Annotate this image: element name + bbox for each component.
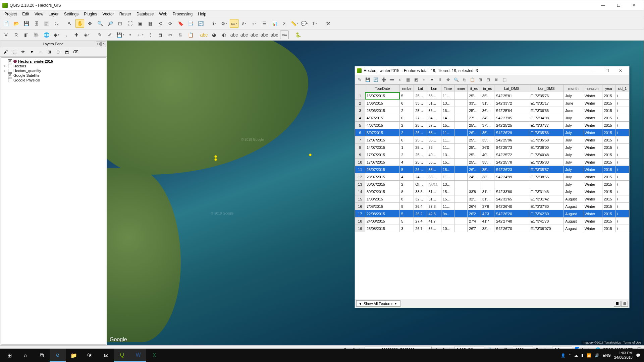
excel-taskbar-icon[interactable]: X — [146, 349, 162, 362]
table-cell[interactable] — [454, 92, 468, 100]
add-feature-icon[interactable]: ➕ — [380, 76, 387, 83]
table-cell[interactable]: August — [564, 210, 583, 218]
table-cell[interactable]: 26'7 — [468, 225, 481, 232]
column-header[interactable]: Lat — [414, 85, 427, 92]
table-cell[interactable]: S42'32'65 — [494, 195, 529, 203]
invert-selection-icon[interactable]: ◩ — [413, 76, 419, 83]
paste-features-icon[interactable]: 📋 — [186, 31, 195, 39]
column-header[interactable]: nmbe — [400, 85, 414, 92]
layer-item[interactable]: +Hectors — [3, 64, 104, 68]
table-cell[interactable]: 15/07/2015 — [365, 92, 399, 100]
zoom-to-icon[interactable]: 🔍 — [453, 76, 460, 83]
table-cell[interactable]: 5 — [400, 210, 414, 218]
table-cell[interactable]: 11… — [441, 173, 454, 181]
table-cell[interactable]: S42'27'40 — [494, 218, 529, 225]
explorer-taskbar-icon[interactable]: 📁 — [66, 349, 82, 362]
column-header[interactable]: Lon_DMS — [529, 85, 564, 92]
table-cell[interactable]: E173'35'76 — [529, 92, 564, 100]
table-cell[interactable]: 31'… — [481, 188, 494, 195]
feature-point[interactable] — [309, 154, 312, 156]
menu-project[interactable]: Project — [2, 11, 19, 17]
select-all-icon[interactable]: ▦ — [405, 76, 411, 83]
table-cell[interactable]: \ — [615, 188, 629, 195]
table-cell[interactable]: S42'26'70 — [494, 225, 529, 232]
table-cell[interactable]: 4 — [400, 173, 414, 181]
table-cell[interactable]: 26'2 — [468, 210, 481, 218]
table-cell[interactable]: 8 — [400, 203, 414, 210]
deselect-all-icon[interactable]: ▫ — [250, 19, 259, 28]
table-cell[interactable]: July — [564, 144, 583, 151]
run-feature-action-icon[interactable]: ⚙ — [220, 19, 228, 28]
table-cell[interactable]: Winter — [583, 92, 602, 100]
table-cell[interactable]: 25'… — [468, 159, 481, 166]
table-cell[interactable]: June — [564, 107, 583, 114]
table-cell[interactable]: Winter — [583, 195, 602, 203]
table-cell[interactable]: 2015 — [602, 114, 615, 122]
table-cell[interactable]: 2015 — [602, 129, 615, 136]
table-cell[interactable]: 11… — [441, 144, 454, 151]
table-cell[interactable] — [468, 181, 481, 188]
reload-table-icon[interactable]: 🔄 — [372, 76, 379, 83]
table-cell[interactable]: E173'36'36 — [529, 107, 564, 114]
table-cell[interactable]: \ — [615, 195, 629, 203]
qgis-taskbar-icon[interactable]: Q — [114, 349, 130, 362]
table-cell[interactable]: S42'25'81 — [494, 92, 529, 100]
table-cell[interactable]: S42'25'73 — [494, 144, 529, 151]
mail-taskbar-icon[interactable]: ✉ — [98, 349, 114, 362]
table-cell[interactable]: 2015 — [602, 92, 615, 100]
table-cell[interactable]: S42'25'64 — [494, 107, 529, 114]
table-cell[interactable]: 25… — [414, 107, 427, 114]
table-cell[interactable]: 1 — [400, 144, 414, 151]
table-cell[interactable]: 6 — [400, 114, 414, 122]
new-geopackage-icon[interactable]: ◈ — [82, 31, 91, 39]
table-cell[interactable]: E173'36'00 — [529, 144, 564, 151]
menu-edit[interactable]: Edit — [19, 11, 32, 17]
layer-expr-icon[interactable]: ε — [37, 49, 44, 55]
table-cell[interactable]: \ — [615, 100, 629, 107]
panel-undock-icon[interactable]: ▢ — [96, 42, 101, 46]
table-cell[interactable]: 26'… — [468, 129, 481, 136]
table-row[interactable]: 1824/08/2015527.441.727'441'7S42'27'40E1… — [355, 218, 629, 225]
table-row[interactable]: 1228/07/2015424…38…11…24'…38'…S42'24'99E… — [355, 173, 629, 181]
table-cell[interactable]: E173'31'43 — [529, 188, 564, 195]
table-cell[interactable]: 40… — [427, 151, 441, 159]
table-cell[interactable]: S42'26'29 — [494, 129, 529, 136]
table-cell[interactable]: E173'34'98 — [529, 114, 564, 122]
attr-maximize-button[interactable]: ☐ — [600, 68, 614, 73]
table-cell[interactable]: Winter — [583, 166, 602, 173]
table-row[interactable]: 21/06/2015633…31…13…33'…31'…S42'33'72E17… — [355, 100, 629, 107]
table-cell[interactable]: 32… — [414, 195, 427, 203]
wifi-icon[interactable]: 📶 — [587, 353, 591, 358]
table-cell[interactable]: 2015 — [602, 122, 615, 129]
table-cell[interactable]: 2015 — [602, 136, 615, 144]
select-by-expr-icon[interactable]: ε — [396, 76, 403, 83]
column-header[interactable]: TourDate — [365, 85, 399, 92]
bookmarks-icon[interactable]: 📑 — [186, 19, 195, 28]
layer-expand-icon[interactable]: ⊞ — [46, 49, 53, 55]
table-cell[interactable]: 38… — [427, 225, 441, 232]
table-cell[interactable]: E173'40'48 — [529, 151, 564, 159]
label-tool-1-icon[interactable]: abc — [230, 31, 238, 39]
table-cell[interactable]: 8 — [400, 188, 414, 195]
table-cell[interactable]: July — [564, 92, 583, 100]
layer-item[interactable]: ✕Hectors_winter2015 — [3, 59, 104, 64]
table-cell[interactable]: E173'42'30 — [529, 210, 564, 218]
table-cell[interactable]: Winter — [583, 203, 602, 210]
new-shapefile-icon[interactable]: ✚ — [72, 31, 81, 39]
table-cell[interactable]: 36'… — [481, 107, 494, 114]
table-cell[interactable]: 26… — [414, 129, 427, 136]
table-cell[interactable]: E173'31'42 — [529, 195, 564, 203]
table-cell[interactable]: July — [564, 159, 583, 166]
menu-raster[interactable]: Raster — [117, 11, 134, 17]
table-cell[interactable]: July — [564, 114, 583, 122]
table-cell[interactable]: \ — [615, 136, 629, 144]
table-cell[interactable] — [454, 225, 468, 232]
table-cell[interactable]: 35… — [427, 159, 441, 166]
word-taskbar-icon[interactable]: W — [130, 349, 146, 362]
menu-view[interactable]: View — [32, 11, 46, 17]
label-main-icon[interactable]: abc — [200, 31, 208, 39]
table-cell[interactable]: 26.2 — [414, 210, 427, 218]
table-cell[interactable]: E173'41'70 — [529, 218, 564, 225]
add-wms-icon[interactable]: 🌐 — [42, 31, 51, 39]
table-cell[interactable]: 27'… — [468, 114, 481, 122]
